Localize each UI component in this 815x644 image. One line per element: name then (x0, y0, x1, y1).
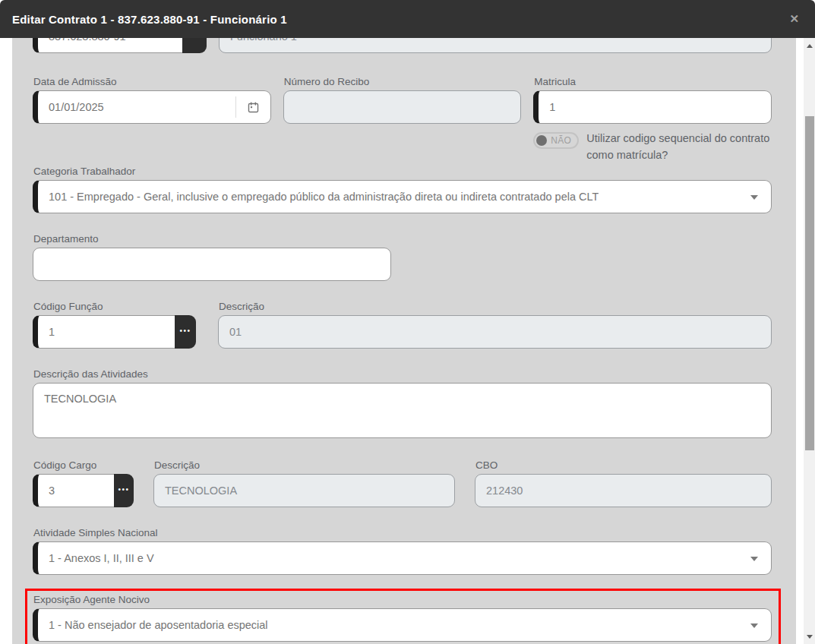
position-description-input (153, 474, 455, 507)
activities-textarea[interactable]: TECNOLOGIA (33, 383, 772, 438)
cbo-label: CBO (475, 459, 772, 471)
activities-group: Descrição das Atividades TECNOLOGIA (33, 368, 772, 438)
receipt-number-label: Número do Recibo (284, 76, 522, 87)
position-code-combo: ••• (33, 474, 134, 507)
admission-date-field (33, 90, 271, 124)
highlight-annotation-box: Exposição Agente Nocivo 1 - Não ensejado… (25, 589, 781, 644)
arrow-down-icon (807, 635, 813, 639)
scroll-down-button[interactable] (804, 630, 815, 642)
sequential-code-toggle-row: NÃO Utilizar codigo sequencial do contra… (533, 131, 772, 164)
admission-row: Data de Admissão (33, 76, 772, 164)
scroll-up-button[interactable] (804, 39, 815, 52)
position-description-label: Descrição (154, 459, 455, 471)
toggle-state-label: NÃO (551, 135, 571, 146)
contract-code-input[interactable] (33, 38, 182, 53)
toggle-knob-icon (536, 135, 547, 146)
worker-category-label: Categoria Trabalhador (33, 166, 772, 177)
registration-group: Matricula NÃO Utilizar codigo sequencial… (533, 76, 772, 164)
modal-body: ••• Data de Admissão (0, 38, 804, 644)
function-description-label: Descrição (219, 301, 772, 312)
employee-name-input (219, 38, 772, 53)
harmful-agent-value: 1 - Não ensejador de aposentadoria espec… (49, 619, 268, 631)
arrow-up-icon (807, 44, 813, 48)
ellipsis-icon: ••• (118, 486, 129, 494)
registration-label: Matricula (534, 76, 772, 87)
simples-nacional-label: Atividade Simples Nacional (33, 527, 772, 538)
activities-label: Descrição das Atividades (33, 368, 772, 380)
chevron-down-icon (750, 195, 758, 200)
position-description-group: Descrição (153, 459, 455, 507)
vertical-scrollbar[interactable] (804, 38, 815, 644)
worker-category-group: Categoria Trabalhador 101 - Empregado - … (33, 166, 772, 213)
position-code-label: Código Cargo (33, 459, 134, 471)
function-code-group: Código Função ••• (33, 301, 196, 349)
function-code-input[interactable] (33, 315, 175, 349)
contract-code-lookup-button[interactable]: ••• (182, 38, 207, 53)
edit-contract-modal: Editar Contrato 1 - 837.623.880-91 - Fun… (0, 0, 815, 644)
modal-header: Editar Contrato 1 - 837.623.880-91 - Fun… (0, 0, 815, 38)
admission-date-input[interactable] (38, 91, 235, 123)
cbo-input (475, 474, 772, 507)
department-input[interactable] (33, 248, 391, 281)
function-description-group: Descrição (218, 301, 772, 349)
close-icon[interactable]: ✕ (785, 9, 804, 29)
simples-nacional-value: 1 - Anexos I, II, III e V (49, 552, 154, 564)
scrollbar-thumb[interactable] (805, 116, 814, 450)
worker-category-value: 101 - Empregado - Geral, inclusive o emp… (49, 191, 599, 203)
sequential-code-question: Utilizar codigo sequencial do contrato c… (586, 131, 772, 164)
ellipsis-icon: ••• (179, 327, 191, 335)
function-code-lookup-button[interactable]: ••• (175, 315, 196, 349)
registration-input[interactable] (533, 90, 772, 124)
sequential-code-toggle[interactable]: NÃO (533, 132, 579, 149)
position-row: Código Cargo ••• Descrição CBO (33, 459, 772, 507)
harmful-agent-select[interactable]: 1 - Não ensejador de aposentadoria espec… (33, 608, 772, 642)
function-code-label: Código Função (33, 301, 196, 312)
position-code-lookup-button[interactable]: ••• (114, 474, 134, 507)
worker-category-select[interactable]: 101 - Empregado - Geral, inclusive o emp… (33, 180, 772, 213)
modal-title: Editar Contrato 1 - 837.623.880-91 - Fun… (12, 13, 785, 26)
department-group: Departamento (33, 233, 772, 281)
receipt-number-group: Número do Recibo (283, 76, 522, 164)
position-code-input[interactable] (33, 474, 114, 507)
admission-date-group: Data de Admissão (33, 76, 271, 164)
contract-code-row: ••• (33, 38, 772, 53)
form-panel: ••• Data de Admissão (12, 38, 796, 644)
harmful-agent-label: Exposição Agente Nocivo (33, 594, 772, 605)
admission-date-label: Data de Admissão (33, 76, 271, 87)
cbo-group: CBO (475, 459, 772, 507)
chevron-down-icon (750, 557, 758, 561)
receipt-number-input (283, 90, 522, 124)
chevron-down-icon (750, 623, 758, 628)
position-code-group: Código Cargo ••• (33, 459, 134, 507)
harmful-agent-group: Exposição Agente Nocivo 1 - Não ensejado… (33, 594, 772, 642)
calendar-icon[interactable] (235, 96, 270, 118)
function-code-combo: ••• (33, 315, 196, 349)
ellipsis-icon: ••• (188, 38, 200, 39)
contract-code-combo: ••• (33, 38, 207, 53)
simples-nacional-select[interactable]: 1 - Anexos I, II, III e V (33, 541, 772, 575)
department-label: Departamento (33, 233, 772, 245)
simples-nacional-group: Atividade Simples Nacional 1 - Anexos I,… (33, 527, 772, 575)
function-description-input (218, 315, 772, 349)
function-row: Código Função ••• Descrição (33, 301, 772, 349)
